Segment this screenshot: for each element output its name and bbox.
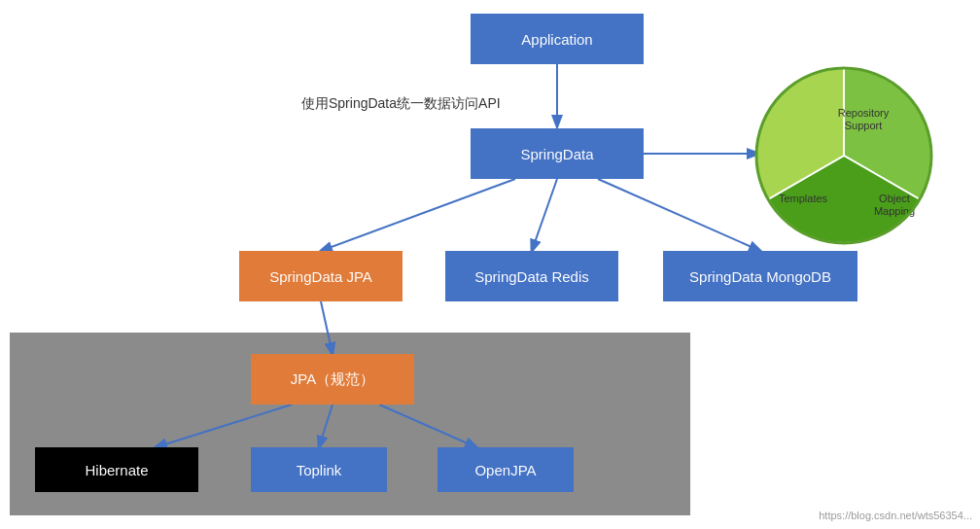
toplink-box: Toplink <box>251 447 387 492</box>
application-box: Application <box>471 14 644 64</box>
springdata-desc-label: 使用SpringData统一数据访问API <box>301 95 501 113</box>
watermark: https://blog.csdn.net/wts56354... <box>819 510 972 521</box>
svg-text:Support: Support <box>845 120 883 131</box>
openjpa-box: OpenJPA <box>438 447 574 492</box>
springdata-jpa-box: SpringData JPA <box>239 251 402 301</box>
svg-line-1 <box>321 179 515 251</box>
springdata-mongodb-box: SpringData MongoDB <box>663 251 858 301</box>
pie-chart: Repository Support Templates Object Mapp… <box>747 58 941 253</box>
svg-text:Object: Object <box>879 193 910 204</box>
diagram-container: Application SpringData 使用SpringData统一数据访… <box>0 0 980 529</box>
springdata-box: SpringData <box>471 128 644 179</box>
svg-line-2 <box>532 179 557 251</box>
svg-text:Templates: Templates <box>779 193 828 204</box>
hibernate-box: Hibernate <box>35 447 198 492</box>
svg-text:Repository: Repository <box>838 107 890 119</box>
springdata-redis-box: SpringData Redis <box>445 251 618 301</box>
jpa-box: JPA（规范） <box>251 354 414 405</box>
svg-line-3 <box>598 179 760 251</box>
